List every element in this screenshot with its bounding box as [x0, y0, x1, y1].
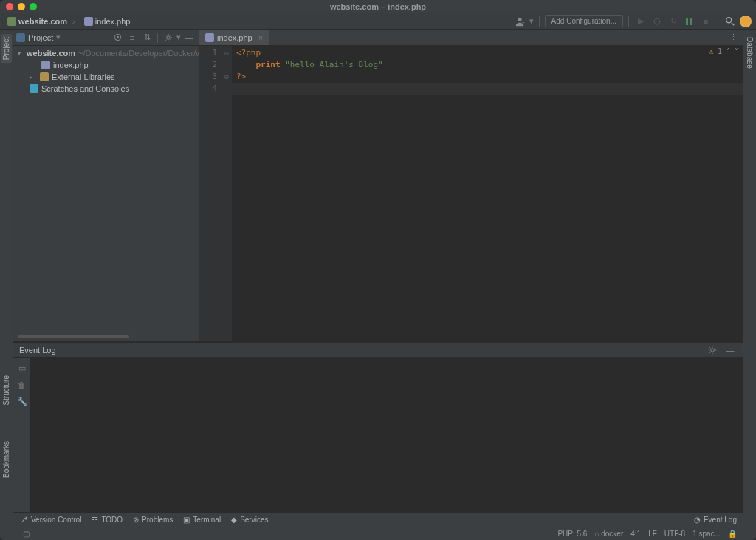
line-number-gutter: 1234 — [199, 46, 221, 341]
tree-scratches[interactable]: Scratches and Consoles — [13, 83, 199, 95]
chevron-right-icon[interactable]: ▸ — [30, 74, 37, 81]
tool-todo[interactable]: ☲TODO — [92, 516, 123, 524]
add-configuration-button[interactable]: Add Configuration... — [545, 15, 623, 27]
code-body[interactable]: ⚠ 1 ˄ ˅ <?php print "hello Alain's Blog"… — [232, 46, 743, 341]
tool-terminal[interactable]: ▣Terminal — [183, 516, 221, 524]
hide-tool-window-icon[interactable]: — — [182, 31, 196, 44]
svg-point-0 — [518, 17, 521, 21]
tool-tab-bookmarks[interactable]: Bookmarks — [1, 438, 12, 481]
stop-button[interactable] — [683, 15, 696, 28]
tool-services[interactable]: ◆Services — [231, 516, 268, 524]
event-log-content[interactable] — [31, 358, 743, 512]
status-encoding[interactable]: UTF-8 — [664, 530, 685, 538]
right-tool-gutter: Database — [743, 30, 756, 540]
scratch-icon — [30, 84, 38, 93]
run-button[interactable]: ▶ — [634, 15, 647, 28]
event-log-tool-window: Event Log — ▭ 🗑 🔧 — [13, 342, 743, 512]
terminal-icon: ▣ — [183, 516, 190, 524]
project-view-icon — [16, 33, 25, 42]
upper-split: Project ▾ ⦿ ≡ ⇅ ▾ — — [13, 30, 743, 342]
svg-line-5 — [732, 22, 735, 25]
tree-file[interactable]: index.php — [13, 59, 199, 71]
trash-icon[interactable]: 🗑 — [18, 380, 26, 389]
tree-external-libraries[interactable]: ▸ External Libraries — [13, 71, 199, 83]
navbar-right: ▾ Add Configuration... ▶ ↻ ■ — [513, 15, 752, 28]
gear-icon[interactable] — [706, 344, 719, 357]
project-tool-window: Project ▾ ⦿ ≡ ⇅ ▾ — — [13, 30, 199, 341]
event-log-title: Event Log — [19, 346, 56, 355]
tree-external-label: External Libraries — [52, 72, 115, 81]
status-caret[interactable]: 4:1 — [630, 530, 641, 538]
chevron-down-icon[interactable]: ▾ — [18, 50, 21, 57]
status-php[interactable]: PHP: 5.6 — [557, 530, 587, 538]
wrench-icon[interactable]: 🔧 — [17, 397, 27, 406]
more-run-button[interactable]: ■ — [699, 15, 712, 28]
settings-icon[interactable] — [162, 31, 175, 44]
php-file-icon — [84, 17, 93, 26]
svg-point-6 — [167, 35, 171, 39]
status-docker[interactable]: ⌂ docker — [594, 530, 623, 538]
breadcrumb-file[interactable]: index.php — [81, 16, 134, 27]
chevron-down-icon[interactable]: ▾ — [56, 33, 61, 42]
breadcrumb-project[interactable]: website.com — [4, 16, 78, 27]
breadcrumb-project-label: website.com — [18, 17, 67, 26]
titlebar: website.com – index.php — [0, 0, 756, 13]
expand-all-icon[interactable]: ≡ — [126, 31, 139, 44]
tool-tab-database[interactable]: Database — [744, 34, 755, 72]
tool-event-log[interactable]: ◔Event Log — [694, 516, 737, 524]
main: Project Structure Bookmarks Project ▾ — [0, 30, 756, 540]
close-window-button[interactable] — [6, 3, 13, 10]
next-highlight-icon[interactable]: ˅ — [735, 47, 738, 55]
scrollbar[interactable] — [18, 335, 129, 338]
svg-point-7 — [711, 348, 715, 352]
select-opened-file-icon[interactable]: ⦿ — [111, 31, 124, 44]
filter-icon[interactable]: ▭ — [18, 363, 26, 373]
avatar[interactable] — [740, 16, 752, 27]
tree-root-label: website.com — [27, 49, 75, 58]
status-bar: ▢ PHP: 5.6 ⌂ docker 4:1 LF UTF-8 1 spac.… — [13, 527, 743, 540]
tool-tab-project[interactable]: Project — [1, 34, 12, 63]
tree-scratches-label: Scratches and Consoles — [41, 84, 129, 93]
tree-root[interactable]: ▾ website.com ~/Documents/Developer/Dock… — [13, 47, 199, 59]
navbar: website.com index.php ▾ Add Configuratio… — [0, 13, 756, 30]
eventlog-icon: ◔ — [694, 516, 701, 524]
services-icon: ◆ — [231, 516, 237, 524]
search-everywhere-icon[interactable] — [724, 15, 737, 28]
tool-version-control[interactable]: ⎇Version Control — [19, 516, 81, 524]
breadcrumb: website.com index.php — [4, 16, 133, 27]
close-tab-icon[interactable]: × — [258, 33, 263, 42]
project-icon — [7, 17, 16, 26]
editor-area: index.php × ⋮ 1234 ⊟⊟ ⚠ 1 — [199, 30, 743, 341]
event-log-body: ▭ 🗑 🔧 — [13, 358, 743, 512]
editor-tabs: index.php × ⋮ — [199, 30, 743, 46]
chevron-down-icon[interactable]: ▾ — [176, 33, 181, 42]
coverage-button[interactable]: ↻ — [667, 15, 680, 28]
inspection-widget[interactable]: ⚠ 1 ˄ ˅ — [709, 47, 738, 55]
collapse-all-icon[interactable]: ⇅ — [140, 31, 154, 44]
prev-highlight-icon[interactable]: ˄ — [726, 47, 730, 55]
editor-tab-label: index.php — [217, 33, 252, 42]
breadcrumb-file-label: index.php — [95, 17, 131, 26]
php-file-icon — [41, 61, 50, 69]
maximize-window-button[interactable] — [30, 3, 37, 10]
status-linesep[interactable]: LF — [648, 530, 657, 538]
project-tree[interactable]: ▾ website.com ~/Documents/Developer/Dock… — [13, 46, 199, 335]
tool-tab-structure[interactable]: Structure — [1, 372, 12, 409]
status-indent[interactable]: 1 spac... — [693, 530, 721, 538]
center-column: Project ▾ ⦿ ≡ ⇅ ▾ — — [13, 30, 743, 540]
bottom-tool-bar: ⎇Version Control ☲TODO ⊘Problems ▣Termin… — [13, 512, 743, 527]
code-editor[interactable]: 1234 ⊟⊟ ⚠ 1 ˄ ˅ <?php print "hello Alain… — [199, 46, 743, 341]
user-menu-icon[interactable] — [513, 15, 526, 28]
problems-icon: ⊘ — [133, 516, 139, 524]
hide-tool-window-icon[interactable]: — — [724, 344, 737, 357]
lock-icon[interactable]: 🔒 — [728, 530, 737, 538]
editor-tab[interactable]: index.php × — [199, 30, 269, 45]
event-log-toolbar: ▭ 🗑 🔧 — [13, 358, 31, 512]
tool-problems[interactable]: ⊘Problems — [133, 516, 173, 524]
project-header: Project ▾ ⦿ ≡ ⇅ ▾ — — [13, 30, 199, 46]
tool-windows-quick-access-icon[interactable]: ▢ — [19, 527, 32, 541]
editor-tabs-more-icon[interactable]: ⋮ — [726, 31, 740, 44]
window-title: website.com – index.php — [0, 2, 756, 11]
debug-button[interactable] — [650, 15, 664, 28]
minimize-window-button[interactable] — [18, 3, 25, 10]
